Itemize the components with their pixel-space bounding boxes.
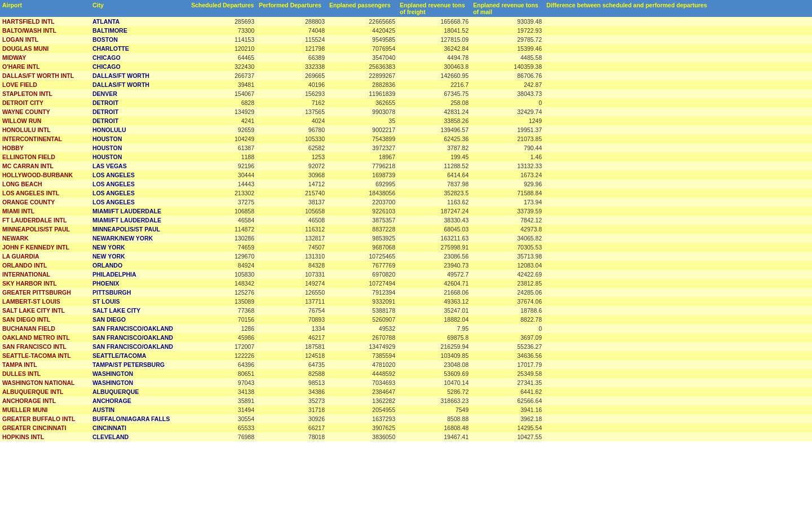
table-cell [544, 288, 812, 297]
table-cell: 10725465 [327, 252, 398, 261]
table-cell: 66217 [257, 423, 327, 432]
table-row: WILLOW RUNDETROIT424140243533858.261249 [0, 116, 812, 125]
table-cell: 34636.56 [471, 351, 544, 360]
table-cell: 216259.94 [398, 342, 471, 351]
table-cell [544, 270, 812, 279]
table-row: MUELLER MUNIAUSTIN3149431718205495575493… [0, 405, 812, 414]
table-cell [544, 17, 812, 26]
table-cell: WAYNE COUNTY [0, 107, 90, 116]
table-row: LOS ANGELES INTLLOS ANGELES2133022157401… [0, 189, 812, 198]
table-cell: 4241 [189, 116, 257, 125]
table-cell: 23086.56 [398, 252, 471, 261]
table-cell: HARTSFIELD INTL [0, 17, 90, 26]
header-enplaned-passengers: Enplaned passengers [327, 0, 398, 17]
table-cell: SAN FRANCISCO/OAKLAND [90, 333, 189, 342]
table-row: HOBBYHOUSTON613876258239723273787.82790.… [0, 143, 812, 152]
table-cell: 84924 [189, 261, 257, 270]
table-cell [544, 89, 812, 98]
table-cell: GREATER PITTSBURGH [0, 288, 90, 297]
table-cell: SAN DIEGO INTL [0, 315, 90, 324]
table-cell: HONOLULU [90, 125, 189, 134]
table-row: SAN FRANCISCO INTLSAN FRANCISCO/OAKLAND1… [0, 342, 812, 351]
table-cell [544, 324, 812, 333]
table-cell: BUCHANAN FIELD [0, 324, 90, 333]
table-row: WAYNE COUNTYDETROIT134929137565990307842… [0, 107, 812, 116]
table-cell: 12083.04 [471, 261, 544, 270]
table-cell: 93039.48 [471, 17, 544, 26]
table-cell: 362655 [327, 98, 398, 107]
table-cell: GREATER BUFFALO INTL [0, 414, 90, 423]
table-cell: 22665665 [327, 17, 398, 26]
table-row: FT LAUDERDALE INTLMIAMI/FT LAUDERDALE465… [0, 216, 812, 225]
table-cell: PHILADELPHIA [90, 270, 189, 279]
table-row: HONOLULU INTLHONOLULU9265996780900221713… [0, 125, 812, 134]
table-cell: 1.46 [471, 152, 544, 161]
table-cell: 13474929 [327, 342, 398, 351]
table-cell: LONG BEACH [0, 179, 90, 189]
table-cell: 42831.24 [398, 107, 471, 116]
table-cell: 64735 [257, 360, 327, 369]
table-cell [544, 35, 812, 44]
table-cell: 106858 [189, 207, 257, 216]
table-cell: 2384647 [327, 387, 398, 396]
table-cell: 76988 [189, 432, 257, 441]
table-row: DALLAS/FT WORTH INTLDALLAS/FT WORTH26673… [0, 71, 812, 80]
table-cell [544, 414, 812, 423]
table-cell: PHOENIX [90, 279, 189, 288]
table-cell: TAMPA INTL [0, 360, 90, 369]
table-cell: CHICAGO [90, 62, 189, 71]
table-cell: 55236.27 [471, 342, 544, 351]
table-cell: ORANGE COUNTY [0, 198, 90, 207]
table-cell: 30968 [257, 170, 327, 179]
table-cell: 98513 [257, 378, 327, 387]
table-cell: 70156 [189, 315, 257, 324]
table-cell: 2054955 [327, 405, 398, 414]
table-cell: 139496.57 [398, 125, 471, 134]
table-cell: 49572.7 [398, 270, 471, 279]
table-cell: PITTSBURGH [90, 288, 189, 297]
table-cell [544, 261, 812, 270]
table-cell [544, 170, 812, 179]
table-cell: 137565 [257, 107, 327, 116]
table-cell: 38043.73 [471, 89, 544, 98]
table-cell: CHARLOTTE [90, 44, 189, 53]
table-cell: 8822.78 [471, 315, 544, 324]
table-cell: 9903078 [327, 107, 398, 116]
table-cell: 5388178 [327, 306, 398, 315]
table-cell: FT LAUDERDALE INTL [0, 216, 90, 225]
table-cell [544, 333, 812, 342]
table-cell: 18788.6 [471, 306, 544, 315]
table-cell [544, 98, 812, 107]
header-airport: Airport [0, 0, 90, 17]
table-cell: 65533 [189, 423, 257, 432]
table-cell: 30444 [189, 170, 257, 179]
table-cell: 7677769 [327, 261, 398, 270]
table-cell: 692995 [327, 179, 398, 189]
table-cell: 7796218 [327, 161, 398, 170]
table-cell [544, 53, 812, 62]
table-row: ALBUQUERQUE INTLALBUQUERQUE3413834386238… [0, 387, 812, 396]
table-cell: 137711 [257, 297, 327, 306]
table-row: DOUGLAS MUNICHARLOTTE1202101217987076954… [0, 44, 812, 53]
table-row: GREATER PITTSBURGHPITTSBURGH125276126550… [0, 288, 812, 297]
table-cell: MC CARRAN INTL [0, 161, 90, 170]
table-cell [544, 369, 812, 378]
table-cell: 3787.82 [398, 143, 471, 152]
table-cell: 114153 [189, 35, 257, 44]
table-cell: 30554 [189, 414, 257, 423]
table-cell [544, 80, 812, 89]
table-cell: DETROIT [90, 98, 189, 107]
table-cell: 6828 [189, 98, 257, 107]
table-cell: 61387 [189, 143, 257, 152]
table-cell: 73300 [189, 26, 257, 35]
table-cell: STAPLETON INTL [0, 89, 90, 98]
table-cell: 1253 [257, 152, 327, 161]
table-cell: 1334 [257, 324, 327, 333]
table-cell: SEATTLE/TACOMA [90, 351, 189, 360]
table-cell: 18041.52 [398, 26, 471, 35]
table-cell: 77368 [189, 306, 257, 315]
table-cell: 49363.12 [398, 297, 471, 306]
table-cell: 7837.98 [398, 179, 471, 189]
table-cell: DALLAS/FT WORTH INTL [0, 71, 90, 80]
table-cell [544, 216, 812, 225]
